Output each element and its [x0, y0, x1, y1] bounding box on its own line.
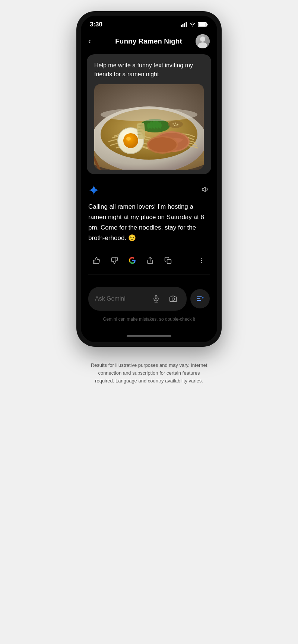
svg-point-37 — [172, 124, 174, 125]
svg-point-54 — [172, 298, 175, 301]
svg-rect-3 — [186, 22, 187, 27]
svg-point-41 — [176, 125, 178, 126]
more-button[interactable] — [193, 252, 210, 269]
svg-point-50 — [201, 262, 202, 263]
svg-point-24 — [126, 137, 131, 141]
home-bar — [127, 335, 171, 337]
copy-button[interactable] — [160, 252, 176, 269]
gemini-advanced-button[interactable] — [190, 289, 210, 308]
action-row — [88, 252, 210, 275]
svg-point-42 — [101, 108, 197, 121]
battery-icon — [198, 22, 208, 27]
svg-point-58 — [202, 297, 204, 299]
response-area: Calling all ramen lovers! I'm hosting a … — [87, 182, 211, 275]
user-message-bubble: Help me write a funny text inviting my f… — [87, 54, 211, 174]
gemini-star-icon — [88, 185, 99, 196]
thumbs-up-button[interactable] — [88, 252, 105, 269]
main-content: Help me write a funny text inviting my f… — [81, 54, 217, 332]
svg-point-30 — [147, 123, 150, 129]
svg-point-38 — [175, 123, 176, 124]
svg-rect-51 — [155, 296, 157, 299]
home-indicator — [81, 332, 217, 342]
svg-rect-47 — [167, 260, 171, 264]
svg-rect-1 — [183, 24, 184, 27]
input-placeholder: Ask Gemini — [95, 295, 146, 302]
speaker-button[interactable] — [202, 185, 210, 195]
microphone-button[interactable] — [149, 292, 163, 305]
svg-rect-5 — [207, 24, 208, 26]
input-bar: Ask Gemini — [87, 284, 211, 314]
below-phone-disclaimer: Results for illustrative purposes and ma… — [86, 362, 212, 385]
camera-button[interactable] — [167, 292, 180, 305]
wifi-icon — [190, 22, 196, 27]
response-header — [88, 185, 210, 196]
svg-point-28 — [155, 121, 159, 129]
svg-point-20 — [148, 137, 177, 152]
svg-point-40 — [174, 125, 175, 126]
input-field-container[interactable]: Ask Gemini — [88, 287, 187, 311]
svg-point-49 — [201, 260, 202, 261]
phone-screen: 3:30 — [81, 16, 217, 342]
share-button[interactable] — [142, 252, 158, 269]
svg-rect-2 — [184, 23, 185, 27]
svg-marker-45 — [202, 187, 205, 192]
disclaimer-text: Gemini can make mistakes, so double-chec… — [87, 314, 211, 326]
back-button[interactable]: ‹ — [88, 36, 102, 46]
svg-point-48 — [201, 258, 202, 259]
svg-rect-56 — [197, 298, 200, 299]
header: ‹ Funny Ramen Night — [81, 31, 217, 54]
svg-rect-55 — [197, 297, 202, 297]
svg-rect-57 — [197, 300, 201, 301]
status-bar: 3:30 — [81, 16, 217, 31]
avatar[interactable] — [196, 34, 210, 48]
svg-point-23 — [123, 133, 138, 148]
phone-frame: 3:30 — [76, 11, 222, 347]
status-time: 3:30 — [90, 21, 102, 28]
svg-point-29 — [159, 122, 162, 129]
user-message-text: Help me write a funny text inviting my f… — [94, 61, 204, 79]
google-button[interactable] — [124, 252, 140, 269]
svg-rect-6 — [198, 23, 206, 26]
thumbs-down-button[interactable] — [106, 252, 123, 269]
svg-point-36 — [168, 121, 183, 128]
signal-icon — [181, 22, 187, 27]
ramen-image — [94, 84, 204, 170]
response-text: Calling all ramen lovers! I'm hosting a … — [88, 202, 210, 243]
header-title: Funny Ramen Night — [115, 37, 182, 45]
svg-rect-0 — [181, 25, 182, 27]
status-icons — [181, 22, 208, 27]
